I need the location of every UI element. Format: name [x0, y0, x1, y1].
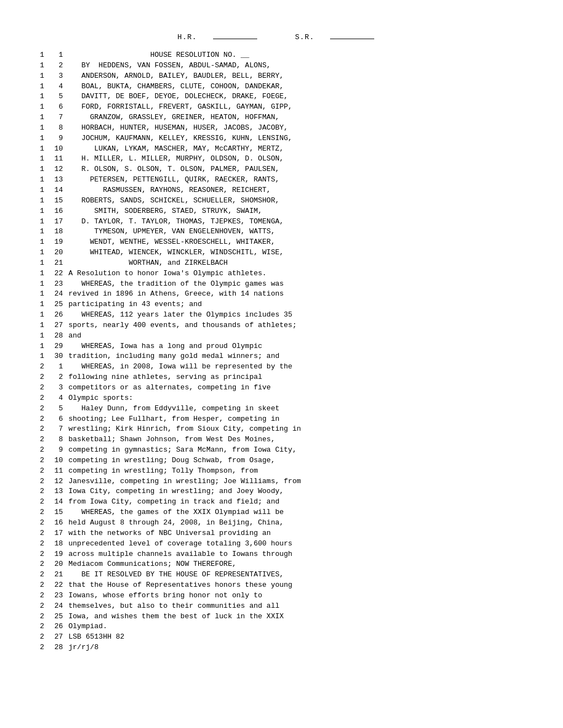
line-row: 123 WHEREAS, the tradition of the Olympi…	[33, 279, 530, 290]
line-number: 13	[46, 486, 63, 497]
line-row: 119 WENDT, WENTHE, WESSEL-KROESCHELL, WH…	[33, 237, 530, 248]
page-number: 1	[33, 206, 44, 217]
line-content: RASMUSSEN, RAYHONS, REASONER, REICHERT,	[68, 185, 530, 196]
line-number: 15	[46, 507, 63, 518]
line-row: 211competing in wrestling; Tolly Thompso…	[33, 466, 530, 477]
line-row: 222that the House of Representatives hon…	[33, 580, 530, 591]
page-number: 1	[33, 144, 44, 154]
line-row: 128and	[33, 331, 530, 341]
line-content: wrestling; Kirk Hinrich, from Sioux City…	[68, 424, 530, 435]
line-number: 18	[46, 539, 63, 549]
line-row: 227LSB 6513HH 82	[33, 632, 530, 643]
line-row: 110 LUKAN, LYKAM, MASCHER, MAY, McCARTHY…	[33, 144, 530, 154]
line-row: 217with the networks of NBC Universal pr…	[33, 528, 530, 539]
line-content: participating in 43 events; and	[68, 299, 530, 310]
line-content: WHEREAS, Iowa has a long and proud Olymp…	[68, 341, 530, 352]
page-number: 1	[33, 279, 44, 290]
line-number: 22	[46, 269, 63, 279]
line-content: shooting; Lee Fullhart, from Hesper, com…	[68, 414, 530, 425]
line-content: Janesville, competing in wrestling; Joe …	[68, 477, 530, 487]
line-row: 224themselves, but also to their communi…	[33, 601, 530, 612]
line-number: 12	[46, 477, 63, 487]
line-number: 13	[46, 175, 63, 185]
line-number: 24	[46, 601, 63, 612]
line-row: 125participating in 43 events; and	[33, 299, 530, 310]
line-number: 16	[46, 518, 63, 528]
page-number: 2	[33, 622, 44, 632]
line-row: 223Iowans, whose efforts bring honor not…	[33, 591, 530, 601]
line-number: 19	[46, 237, 63, 248]
page-number: 2	[33, 632, 44, 643]
line-content: WHEREAS, the games of the XXIX Olympiad …	[68, 507, 530, 518]
line-row: 122A Resolution to honor Iowa's Olympic …	[33, 269, 530, 279]
page-number: 1	[33, 175, 44, 185]
line-content: TYMESON, UPMEYER, VAN ENGELENHOVEN, WATT…	[68, 227, 530, 237]
page-number: 1	[33, 310, 44, 320]
page-number: 1	[33, 50, 44, 61]
line-row: 12 BY HEDDENS, VAN FOSSEN, ABDUL-SAMAD, …	[33, 61, 530, 71]
line-number: 15	[46, 196, 63, 206]
line-row: 127sports, nearly 400 events, and thousa…	[33, 320, 530, 331]
line-number: 4	[46, 82, 63, 92]
line-content: Olympiad.	[68, 622, 530, 632]
line-number: 2	[46, 61, 63, 71]
line-number: 17	[46, 217, 63, 227]
page-number: 2	[33, 518, 44, 528]
line-content: DAVITT, DE BOEF, DEYOE, DOLECHECK, DRAKE…	[68, 92, 530, 102]
line-number: 1	[46, 362, 63, 372]
line-row: 226Olympiad.	[33, 622, 530, 632]
page-number: 1	[33, 237, 44, 248]
line-row: 118 TYMESON, UPMEYER, VAN ENGELENHOVEN, …	[33, 227, 530, 237]
page-number: 2	[33, 601, 44, 612]
line-content: WENDT, WENTHE, WESSEL-KROESCHELL, WHITAK…	[68, 237, 530, 248]
page-number: 1	[33, 92, 44, 102]
line-number: 16	[46, 206, 63, 217]
line-row: 25 Haley Dunn, from Eddyville, competing…	[33, 404, 530, 414]
line-number: 5	[46, 404, 63, 414]
line-content: held August 8 through 24, 2008, in Beiji…	[68, 518, 530, 528]
line-row: 116 SMITH, SODERBERG, STAED, STRUYK, SWA…	[33, 206, 530, 217]
line-row: 28basketball; Shawn Johnson, from West D…	[33, 435, 530, 445]
page-number: 2	[33, 486, 44, 497]
page-number: 2	[33, 539, 44, 549]
page-number: 2	[33, 372, 44, 383]
line-row: 18 HORBACH, HUNTER, HUSEMAN, HUSER, JACO…	[33, 123, 530, 133]
line-content: from Iowa City, competing in track and f…	[68, 497, 530, 507]
page-number: 2	[33, 591, 44, 601]
page-number: 1	[33, 289, 44, 299]
page-number: 1	[33, 164, 44, 175]
line-number: 9	[46, 133, 63, 144]
line-content: competing in gymnastics; Sara McMann, fr…	[68, 445, 530, 456]
line-row: 22following nine athletes, serving as pr…	[33, 372, 530, 383]
line-row: 14 BOAL, BUKTA, CHAMBERS, CLUTE, COHOON,…	[33, 82, 530, 92]
page-number: 2	[33, 404, 44, 414]
line-content: BOAL, BUKTA, CHAMBERS, CLUTE, COHOON, DA…	[68, 82, 530, 92]
line-content: H. MILLER, L. MILLER, MURPHY, OLDSON, D.…	[68, 154, 530, 164]
page-number: 1	[33, 185, 44, 196]
line-number: 4	[46, 393, 63, 404]
page-number: 1	[33, 82, 44, 92]
line-number: 28	[46, 331, 63, 341]
line-content: LUKAN, LYKAM, MASCHER, MAY, McCARTHY, ME…	[68, 144, 530, 154]
line-row: 117 D. TAYLOR, T. TAYLOR, THOMAS, TJEPKE…	[33, 217, 530, 227]
page-number: 2	[33, 497, 44, 507]
line-number: 24	[46, 289, 63, 299]
line-row: 15 DAVITT, DE BOEF, DEYOE, DOLECHECK, DR…	[33, 92, 530, 102]
line-content: ANDERSON, ARNOLD, BAILEY, BAUDLER, BELL,…	[68, 71, 530, 82]
line-row: 114 RASMUSSEN, RAYHONS, REASONER, REICHE…	[33, 185, 530, 196]
line-content: Mediacom Communications; NOW THEREFORE,	[68, 559, 530, 570]
line-content: that the House of Representatives honors…	[68, 580, 530, 591]
line-row: 210competing in wrestling; Doug Schwab, …	[33, 456, 530, 466]
page-number: 2	[33, 477, 44, 487]
line-row: 214from Iowa City, competing in track an…	[33, 497, 530, 507]
line-number: 14	[46, 497, 63, 507]
line-row: 124revived in 1896 in Athens, Greece, wi…	[33, 289, 530, 299]
line-content: tradition, including many gold medal win…	[68, 351, 530, 362]
line-content: themselves, but also to their communitie…	[68, 601, 530, 612]
line-content: unprecedented level of coverage totaling…	[68, 539, 530, 549]
line-number: 14	[46, 185, 63, 196]
line-row: 113 PETERSEN, PETTENGILL, QUIRK, RAECKER…	[33, 175, 530, 185]
line-number: 10	[46, 456, 63, 466]
line-content: competing in wrestling; Doug Schwab, fro…	[68, 456, 530, 466]
line-number: 20	[46, 248, 63, 258]
